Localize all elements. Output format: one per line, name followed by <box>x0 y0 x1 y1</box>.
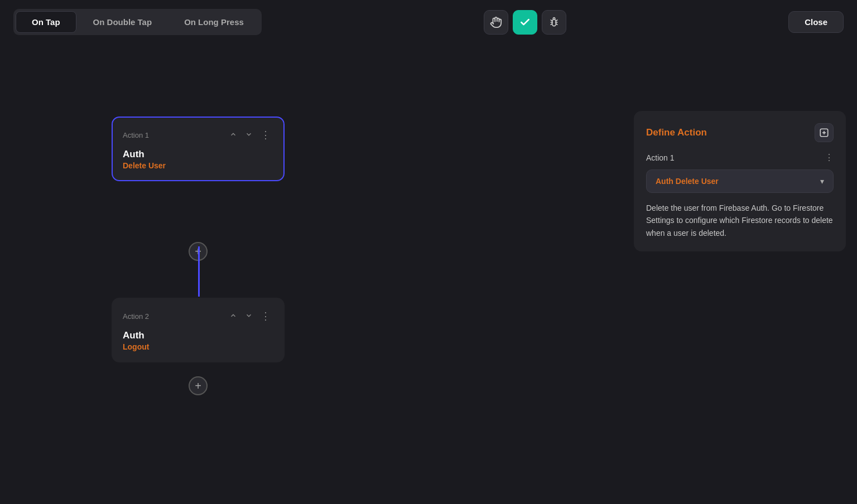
close-button[interactable]: Close <box>788 11 844 33</box>
action-select-label: Auth Delete User <box>656 177 719 186</box>
svg-rect-0 <box>552 20 556 26</box>
action-description: Delete the user from Firebase Auth. Go t… <box>646 202 834 239</box>
chevron-down-icon: ▾ <box>820 177 824 186</box>
action-card-1[interactable]: Action 1 ⋮ Auth Delete User <box>112 117 285 181</box>
card-1-title: Auth <box>123 149 273 160</box>
tab-group: On Tap On Double Tap On Long Press <box>13 9 262 35</box>
card-2-title: Auth <box>123 330 273 341</box>
card-2-label: Action 2 <box>123 312 149 321</box>
gesture-icon-button[interactable] <box>484 10 508 35</box>
action-card-2[interactable]: Action 2 ⋮ Auth Logout <box>112 298 285 362</box>
card-1-label: Action 1 <box>123 131 149 139</box>
header-center <box>484 10 566 35</box>
add-action-btn-2[interactable]: + <box>189 376 208 395</box>
bug-icon-button[interactable] <box>542 10 566 35</box>
card-1-subtitle: Delete User <box>123 161 273 170</box>
panel-action-label: Action 1 <box>646 153 675 162</box>
card-1-up-btn[interactable] <box>227 129 239 141</box>
connector-line <box>198 246 200 297</box>
define-action-panel: Define Action Action 1 ⋮ Auth Delete Use… <box>634 111 846 251</box>
check-icon-button[interactable] <box>513 10 537 35</box>
card-1-controls: ⋮ <box>227 128 273 142</box>
card-2-up-btn[interactable] <box>227 311 239 322</box>
card-1-header: Action 1 ⋮ <box>123 128 273 142</box>
panel-action-row: Action 1 ⋮ <box>646 152 834 163</box>
action-select-dropdown[interactable]: Auth Delete User ▾ <box>646 169 834 193</box>
card-1-menu-btn[interactable]: ⋮ <box>258 128 273 142</box>
card-2-header: Action 2 ⋮ <box>123 309 273 323</box>
tab-on-double-tap[interactable]: On Double Tap <box>78 12 168 32</box>
card-1-down-btn[interactable] <box>243 129 255 141</box>
card-2-controls: ⋮ <box>227 309 273 323</box>
tab-on-tap[interactable]: On Tap <box>16 11 76 33</box>
panel-title: Define Action <box>646 127 707 138</box>
header: On Tap On Double Tap On Long Press <box>0 0 857 44</box>
card-2-menu-btn[interactable]: ⋮ <box>258 309 273 323</box>
panel-action-menu-btn[interactable]: ⋮ <box>825 152 834 163</box>
tab-on-long-press[interactable]: On Long Press <box>168 12 259 32</box>
panel-header: Define Action <box>646 123 834 142</box>
canvas: Action 1 ⋮ Auth Delete User + Action 2 <box>0 44 857 503</box>
panel-add-button[interactable] <box>815 123 834 142</box>
card-2-down-btn[interactable] <box>243 311 255 322</box>
card-2-subtitle: Logout <box>123 342 273 351</box>
